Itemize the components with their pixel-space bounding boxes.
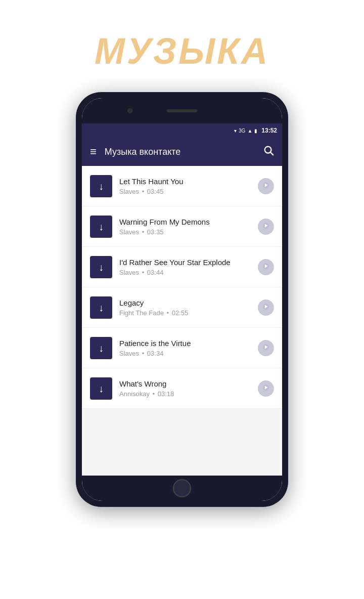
dot-separator: •	[153, 390, 157, 398]
more-icon	[262, 383, 270, 393]
dot-separator: •	[142, 269, 146, 276]
more-options-button[interactable]	[258, 340, 274, 356]
song-title: Legacy	[119, 298, 251, 307]
song-duration: 03:18	[158, 390, 174, 398]
song-item[interactable]: ↓ Legacy Fight The Fade • 02:55	[82, 287, 282, 328]
phone-top-bezel	[82, 98, 282, 123]
more-icon	[262, 222, 270, 231]
song-title: What's Wrong	[119, 379, 251, 388]
download-icon: ↓	[99, 383, 104, 394]
song-info: Let This Haunt You Slaves • 03:45	[119, 177, 251, 195]
more-options-button[interactable]	[258, 259, 274, 275]
song-duration: 03:44	[147, 269, 164, 276]
download-button[interactable]: ↓	[90, 216, 112, 238]
song-item[interactable]: ↓ Patience is the Virtue Slaves • 03:34	[82, 328, 282, 368]
song-artist: Annisokay	[119, 390, 150, 398]
song-info: Warning From My Demons Slaves • 03:35	[119, 218, 251, 236]
song-title: I'd Rather See Your Star Explode	[119, 258, 251, 267]
front-camera	[127, 108, 132, 113]
song-list: ↓ Let This Haunt You Slaves • 03:45	[82, 166, 282, 476]
song-meta: Slaves • 03:45	[119, 188, 251, 195]
hamburger-icon[interactable]: ≡	[90, 146, 97, 157]
more-options-button[interactable]	[258, 380, 274, 397]
more-icon	[262, 262, 270, 272]
app-bar-title: Музыка вконтакте	[105, 147, 255, 157]
page-headline: МУЗЫКА	[95, 30, 269, 72]
song-title: Let This Haunt You	[119, 177, 251, 186]
dot-separator: •	[167, 309, 171, 317]
song-artist: Slaves	[119, 269, 139, 276]
download-button[interactable]: ↓	[90, 175, 112, 197]
song-meta: Slaves • 03:34	[119, 350, 251, 357]
search-icon[interactable]	[263, 145, 274, 159]
song-info: I'd Rather See Your Star Explode Slaves …	[119, 258, 251, 276]
download-icon: ↓	[99, 222, 104, 232]
more-options-button[interactable]	[258, 178, 274, 194]
song-item[interactable]: ↓ Warning From My Demons Slaves • 03:35	[82, 206, 282, 247]
song-artist: Slaves	[119, 188, 139, 195]
svg-line-1	[270, 152, 273, 155]
download-button[interactable]: ↓	[90, 256, 112, 278]
song-title: Warning From My Demons	[119, 218, 251, 226]
download-button[interactable]: ↓	[90, 337, 112, 359]
song-title: Patience is the Virtue	[119, 339, 251, 348]
dot-separator: •	[142, 188, 146, 195]
status-bar: ▾ 3G ▲ ▮ 13:52	[82, 123, 282, 138]
download-icon: ↓	[99, 181, 104, 191]
dot-separator: •	[142, 350, 146, 357]
more-options-button[interactable]	[258, 300, 274, 316]
more-icon	[262, 343, 270, 353]
song-duration: 03:35	[147, 228, 164, 236]
battery-icon: ▮	[254, 128, 257, 134]
home-button[interactable]	[173, 479, 191, 497]
song-meta: Fight The Fade • 02:55	[119, 309, 251, 317]
song-artist: Fight The Fade	[119, 309, 164, 317]
download-button[interactable]: ↓	[90, 377, 112, 400]
song-info: What's Wrong Annisokay • 03:18	[119, 379, 251, 398]
dot-separator: •	[142, 228, 146, 236]
app-bar: ≡ Музыка вконтакте	[82, 138, 282, 166]
song-duration: 03:45	[147, 188, 164, 195]
more-options-button[interactable]	[258, 219, 274, 235]
download-icon: ↓	[99, 303, 104, 313]
download-icon: ↓	[99, 262, 104, 272]
song-duration: 03:34	[147, 350, 164, 357]
signal-icon: ▲	[247, 128, 252, 134]
more-icon	[262, 181, 270, 191]
song-meta: Slaves • 03:44	[119, 269, 251, 276]
song-info: Patience is the Virtue Slaves • 03:34	[119, 339, 251, 357]
download-button[interactable]: ↓	[90, 296, 112, 319]
song-info: Legacy Fight The Fade • 02:55	[119, 298, 251, 317]
song-duration: 02:55	[172, 309, 189, 317]
phone-bottom-bezel	[82, 476, 282, 501]
song-meta: Slaves • 03:35	[119, 228, 251, 236]
network-label: 3G	[239, 128, 245, 134]
status-icons: ▾ 3G ▲ ▮	[234, 128, 257, 134]
song-item[interactable]: ↓ Let This Haunt You Slaves • 03:45	[82, 166, 282, 206]
phone-speaker	[167, 109, 197, 112]
song-artist: Slaves	[119, 228, 139, 236]
song-meta: Annisokay • 03:18	[119, 390, 251, 398]
download-icon: ↓	[99, 343, 104, 353]
song-item[interactable]: ↓ I'd Rather See Your Star Explode Slave…	[82, 247, 282, 287]
wifi-icon: ▾	[234, 128, 237, 134]
status-time: 13:52	[261, 127, 277, 134]
song-item[interactable]: ↓ What's Wrong Annisokay • 03:18	[82, 368, 282, 409]
more-icon	[262, 303, 270, 312]
phone-mockup: ▾ 3G ▲ ▮ 13:52 ≡ Музыка вконтакте ↓	[76, 92, 288, 507]
song-artist: Slaves	[119, 350, 139, 357]
